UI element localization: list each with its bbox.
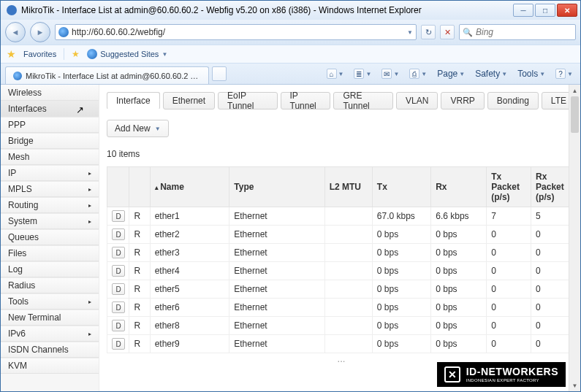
sidebar-item-kvm[interactable]: KVM xyxy=(1,358,99,374)
favorites-bar: ★ Favorites ★ Suggested Sites ▼ xyxy=(1,45,580,64)
close-button[interactable]: ✕ xyxy=(557,4,577,17)
sidebar-item-ip[interactable]: IP▸ xyxy=(1,165,99,181)
table-row[interactable]: DRether3Ethernet0 bps0 bps00 xyxy=(107,244,576,262)
disable-button[interactable]: D xyxy=(112,247,125,258)
address-dropdown-icon[interactable]: ▼ xyxy=(407,29,413,36)
print-button[interactable]: ⎙▼ xyxy=(406,67,430,80)
sidebar-item-label: MPLS xyxy=(8,184,32,194)
address-box[interactable]: ▼ xyxy=(55,24,417,40)
help-button[interactable]: ?▼ xyxy=(552,67,576,80)
col-rx[interactable]: Rx xyxy=(431,167,487,207)
name-cell: ether1 xyxy=(150,207,229,226)
back-button[interactable]: ◄ xyxy=(5,22,26,42)
col-d[interactable] xyxy=(107,167,129,207)
tab-bonding[interactable]: Bonding xyxy=(487,92,539,109)
suggested-sites-link[interactable]: Suggested Sites ▼ xyxy=(87,49,167,59)
d-cell: D xyxy=(107,244,129,262)
tab-vlan[interactable]: VLAN xyxy=(396,92,438,109)
browser-tab[interactable]: MikroTik - Interface List at admin@60.60… xyxy=(5,66,209,84)
name-cell: ether8 xyxy=(150,317,229,335)
disable-button[interactable]: D xyxy=(112,265,125,277)
sidebar-item-label: Routing xyxy=(8,200,38,210)
col-txp[interactable]: Tx Packet (p/s) xyxy=(487,167,531,207)
main-panel: InterfaceEthernetEoIP TunnelIP TunnelGRE… xyxy=(99,85,580,391)
table-row[interactable]: DRether6Ethernet0 bps0 bps00 xyxy=(107,299,576,317)
col-name[interactable]: Name xyxy=(150,167,229,207)
maximize-button[interactable]: □ xyxy=(535,4,555,17)
col-tx[interactable]: Tx xyxy=(372,167,430,207)
table-row[interactable]: DRether8Ethernet0 bps0 bps00 xyxy=(107,317,576,335)
table-row[interactable]: DRether9Ethernet0 bps0 bps00 xyxy=(107,335,576,353)
home-button[interactable]: ⌂▼ xyxy=(324,67,347,80)
mail-button[interactable]: ✉▼ xyxy=(379,67,402,80)
search-box[interactable]: 🔍 xyxy=(459,24,576,40)
table-row[interactable]: DRether2Ethernet0 bps0 bps00 xyxy=(107,226,576,244)
sidebar-item-label: PPP xyxy=(8,120,26,130)
tab-vrrp[interactable]: VRRP xyxy=(441,92,484,109)
address-input[interactable] xyxy=(72,27,404,37)
search-input[interactable] xyxy=(476,27,581,37)
disable-button[interactable]: D xyxy=(112,283,125,295)
sidebar-item-wireless[interactable]: Wireless xyxy=(1,85,99,101)
ie-icon xyxy=(7,5,17,15)
sidebar-item-new-terminal[interactable]: New Terminal xyxy=(1,310,99,326)
refresh-button[interactable]: ↻ xyxy=(421,25,436,39)
table-row[interactable]: DRether5Ethernet0 bps0 bps00 xyxy=(107,280,576,299)
nav-bar: ◄ ► ▼ ↻ ✕ 🔍 xyxy=(1,20,580,45)
sidebar-item-radius[interactable]: Radius xyxy=(1,277,99,293)
tab-interface[interactable]: Interface xyxy=(107,92,160,109)
disable-button[interactable]: D xyxy=(112,320,125,331)
disable-button[interactable]: D xyxy=(112,228,125,240)
col-flag[interactable] xyxy=(129,167,150,207)
sidebar-item-label: IP xyxy=(8,168,16,178)
sidebar-item-ipv6[interactable]: IPv6▸ xyxy=(1,326,99,342)
disable-button[interactable]: D xyxy=(112,301,125,313)
stop-button[interactable]: ✕ xyxy=(440,25,455,39)
sidebar-item-queues[interactable]: Queues xyxy=(1,229,99,245)
sidebar-item-isdn-channels[interactable]: ISDN Channels xyxy=(1,342,99,358)
tools-menu[interactable]: Tools ▼ xyxy=(514,67,548,80)
sidebar-item-interfaces[interactable]: Interfaces↖ xyxy=(1,101,99,117)
feeds-button[interactable]: ≣▼ xyxy=(351,67,374,80)
tab-eoip-tunnel[interactable]: EoIP Tunnel xyxy=(218,92,277,109)
sidebar-item-mpls[interactable]: MPLS▸ xyxy=(1,181,99,197)
tx-cell: 0 bps xyxy=(372,317,430,335)
table-row[interactable]: DRether1Ethernet67.0 kbps6.6 kbps75 xyxy=(107,207,576,226)
tx-cell: 67.0 kbps xyxy=(372,207,430,226)
disable-button[interactable]: D xyxy=(112,338,125,350)
type-cell: Ethernet xyxy=(229,244,324,262)
tab-ethernet[interactable]: Ethernet xyxy=(163,92,215,109)
favorites-link[interactable]: Favorites xyxy=(23,50,56,58)
sidebar-item-log[interactable]: Log xyxy=(1,261,99,277)
disable-button[interactable]: D xyxy=(112,210,125,222)
tx-cell: 0 bps xyxy=(372,226,430,244)
favorites-star-icon[interactable]: ★ xyxy=(7,48,16,60)
scroll-thumb[interactable] xyxy=(571,96,579,133)
forward-button[interactable]: ► xyxy=(30,22,50,42)
sidebar-item-ppp[interactable]: PPP xyxy=(1,117,99,133)
col-type[interactable]: Type xyxy=(229,167,324,207)
page-menu[interactable]: Page ▼ xyxy=(434,67,468,80)
add-favorite-icon[interactable]: ★ xyxy=(72,49,80,59)
sidebar-item-bridge[interactable]: Bridge xyxy=(1,133,99,149)
sidebar-item-mesh[interactable]: Mesh xyxy=(1,149,99,165)
vertical-scrollbar[interactable]: ▲ ▼ xyxy=(569,85,580,391)
col-l2mtu[interactable]: L2 MTU xyxy=(324,167,372,207)
sidebar: WirelessInterfaces↖PPPBridgeMeshIP▸MPLS▸… xyxy=(1,85,99,391)
safety-menu[interactable]: Safety ▼ xyxy=(472,67,510,80)
flag-cell: R xyxy=(129,244,150,262)
add-new-button[interactable]: Add New ▼ xyxy=(107,120,169,137)
tab-gre-tunnel[interactable]: GRE Tunnel xyxy=(333,92,393,109)
sidebar-item-system[interactable]: System▸ xyxy=(1,213,99,229)
sidebar-item-tools[interactable]: Tools▸ xyxy=(1,293,99,310)
table-row[interactable]: DRether4Ethernet0 bps0 bps00 xyxy=(107,262,576,280)
scroll-up-icon[interactable]: ▲ xyxy=(569,85,580,96)
page-content: WirelessInterfaces↖PPPBridgeMeshIP▸MPLS▸… xyxy=(1,84,580,391)
new-tab-button[interactable] xyxy=(212,66,227,81)
sidebar-item-routing[interactable]: Routing▸ xyxy=(1,197,99,213)
tab-ip-tunnel[interactable]: IP Tunnel xyxy=(281,92,331,109)
name-cell: ether5 xyxy=(150,280,229,299)
minimize-button[interactable]: ─ xyxy=(513,4,533,17)
scroll-down-icon[interactable]: ▼ xyxy=(569,380,580,391)
sidebar-item-files[interactable]: Files xyxy=(1,245,99,261)
